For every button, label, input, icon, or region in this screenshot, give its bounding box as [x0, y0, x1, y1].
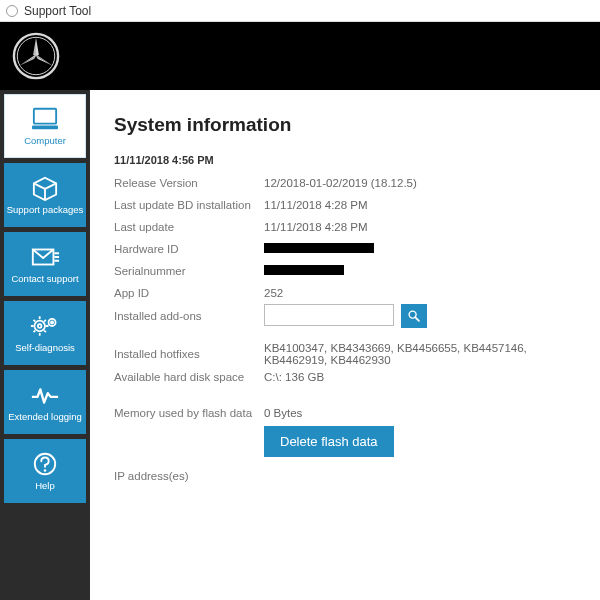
- label-hotfixes: Installed hotfixes: [114, 348, 264, 360]
- svg-point-7: [49, 319, 56, 326]
- sidebar-item-label: Help: [35, 481, 55, 491]
- label-hardware-id: Hardware ID: [114, 243, 264, 255]
- mail-icon: [30, 244, 60, 270]
- sidebar-item-label: Support packages: [7, 205, 84, 215]
- addons-search-input[interactable]: [264, 304, 394, 326]
- value-hardware-id: [264, 243, 374, 255]
- gears-icon: [30, 313, 60, 339]
- row-hotfixes: Installed hotfixes KB4100347, KB4343669,…: [114, 342, 582, 366]
- label-installed-addons: Installed add-ons: [114, 310, 264, 322]
- window-title: Support Tool: [24, 4, 91, 18]
- label-disk-space: Available hard disk space: [114, 371, 264, 383]
- addons-search-button[interactable]: [401, 304, 427, 328]
- svg-point-5: [34, 321, 45, 332]
- value-last-update-bd: 11/11/2018 4:28 PM: [264, 199, 368, 211]
- row-app-id: App ID 252: [114, 282, 582, 304]
- row-last-update-bd: Last update BD installation 11/11/2018 4…: [114, 194, 582, 216]
- value-last-update: 11/11/2018 4:28 PM: [264, 221, 368, 233]
- help-icon: [30, 451, 60, 477]
- row-ip-addresses: IP address(es): [114, 465, 582, 487]
- row-hardware-id: Hardware ID: [114, 238, 582, 260]
- value-serialnummer: [264, 265, 344, 277]
- sidebar-item-label: Self-diagnosis: [15, 343, 75, 353]
- sidebar-item-support-packages[interactable]: Support packages: [4, 163, 86, 227]
- value-release-version: 12/2018-01-02/2019 (18.12.5): [264, 177, 417, 189]
- mercedes-logo-icon: [12, 32, 60, 80]
- page-title: System information: [114, 114, 582, 136]
- label-ip-addresses: IP address(es): [114, 470, 264, 482]
- label-release-version: Release Version: [114, 177, 264, 189]
- svg-point-10: [44, 469, 47, 472]
- svg-rect-3: [32, 126, 58, 130]
- sidebar-item-label: Contact support: [11, 274, 78, 284]
- sidebar-item-label: Computer: [24, 136, 66, 146]
- package-icon: [30, 175, 60, 201]
- label-serialnummer: Serialnummer: [114, 265, 264, 277]
- sidebar-item-help[interactable]: Help: [4, 439, 86, 503]
- page-timestamp: 11/11/2018 4:56 PM: [114, 154, 582, 166]
- svg-rect-2: [34, 109, 56, 124]
- svg-line-12: [416, 317, 420, 321]
- row-flash-memory: Memory used by flash data 0 Bytes: [114, 402, 582, 424]
- sidebar-item-label: Extended logging: [8, 412, 81, 422]
- row-release-version: Release Version 12/2018-01-02/2019 (18.1…: [114, 172, 582, 194]
- sidebar-item-self-diagnosis[interactable]: Self-diagnosis: [4, 301, 86, 365]
- delete-flash-button[interactable]: Delete flash data: [264, 426, 394, 457]
- row-installed-addons: Installed add-ons: [114, 304, 582, 328]
- sidebar-item-computer[interactable]: Computer: [4, 94, 86, 158]
- pulse-icon: [30, 382, 60, 408]
- window-titlebar: Support Tool: [0, 0, 600, 22]
- svg-point-6: [38, 324, 42, 328]
- label-last-update: Last update: [114, 221, 264, 233]
- value-app-id: 252: [264, 287, 283, 299]
- row-serialnummer: Serialnummer: [114, 260, 582, 282]
- label-last-update-bd: Last update BD installation: [114, 199, 264, 211]
- sidebar-item-contact-support[interactable]: Contact support: [4, 232, 86, 296]
- value-disk-space: C:\: 136 GB: [264, 371, 324, 383]
- label-flash-memory: Memory used by flash data: [114, 407, 264, 419]
- search-icon: [407, 309, 421, 323]
- label-app-id: App ID: [114, 287, 264, 299]
- app-icon: [6, 5, 18, 17]
- brand-bar: [0, 22, 600, 90]
- row-last-update: Last update 11/11/2018 4:28 PM: [114, 216, 582, 238]
- row-disk-space: Available hard disk space C:\: 136 GB: [114, 366, 582, 388]
- row-delete-flash: Delete flash data: [114, 424, 582, 457]
- main-panel: System information 11/11/2018 4:56 PM Re…: [90, 90, 600, 600]
- sidebar: Computer Support packages Contact suppor…: [0, 90, 90, 600]
- value-flash-memory: 0 Bytes: [264, 407, 302, 419]
- computer-icon: [30, 106, 60, 132]
- value-hotfixes: KB4100347, KB4343669, KB4456655, KB44571…: [264, 342, 582, 366]
- svg-point-8: [51, 321, 53, 323]
- sidebar-item-extended-logging[interactable]: Extended logging: [4, 370, 86, 434]
